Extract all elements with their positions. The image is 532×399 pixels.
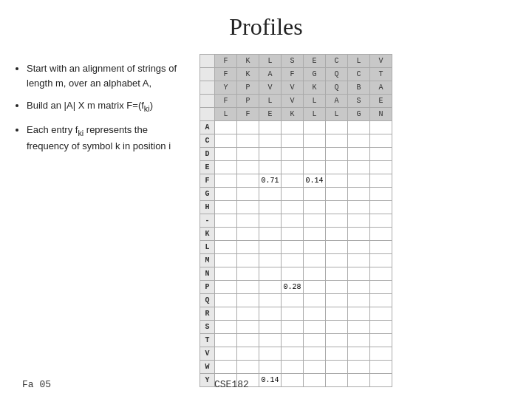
bullet-3: Each entry fki represents the frequency … (27, 123, 191, 154)
row-Q: Q (200, 294, 392, 307)
seq-h-l2: L (348, 55, 370, 68)
row-A: A (200, 121, 392, 134)
corner-cell (200, 55, 215, 68)
bullet-2: Build an |A| X m matrix F=(fki) (27, 98, 191, 115)
row-T: T (200, 334, 392, 347)
bullet-list: Start with an alignment of strings of le… (13, 61, 191, 154)
profile-matrix: F K L S E C L V F K A F G Q C (200, 54, 392, 387)
row-F: F 0.71 0.14 (200, 174, 392, 188)
corner-cell2 (200, 68, 215, 81)
right-panel: F K L S E C L V F K A F G Q C (200, 54, 519, 387)
seq-h-v1: V (370, 55, 392, 68)
row-D: D (200, 148, 392, 161)
seq-row-4: F P L V L A S E (200, 95, 392, 108)
row-H: H (200, 201, 392, 214)
row-W: W (200, 361, 392, 374)
row-S: S (200, 321, 392, 334)
row-G: G (200, 188, 392, 201)
seq-row-5: L F E K L L G N (200, 108, 392, 121)
seq-h-e1: E (304, 55, 326, 68)
seq-h-s1: S (282, 55, 304, 68)
row-E: E (200, 161, 392, 174)
bullet-1: Start with an alignment of strings of le… (27, 61, 191, 91)
row-C: C (200, 134, 392, 148)
row-R: R (200, 307, 392, 321)
seq-h-f1: F (215, 55, 237, 68)
row-L: L (200, 241, 392, 254)
seq-row-1: F K L S E C L V (200, 55, 392, 68)
row-N: N (200, 267, 392, 281)
row-M: M (200, 254, 392, 267)
bottom-center-label: CSE182 (214, 379, 249, 390)
seq-row-2: F K A F G Q C T (200, 68, 392, 81)
seq-row-3: Y P V V K Q B A (200, 81, 392, 95)
row-V: V (200, 347, 392, 361)
left-panel: Start with an alignment of strings of le… (13, 54, 191, 387)
seq-h-k1: K (237, 55, 259, 68)
seq-h-c1: C (326, 55, 348, 68)
row-dash: - (200, 214, 392, 228)
bottom-left-label: Fa 05 (22, 379, 51, 390)
row-P: P 0.28 (200, 281, 392, 294)
row-K: K (200, 228, 392, 241)
seq-h-l1: L (259, 55, 282, 68)
page-title: Profiles (0, 0, 532, 48)
